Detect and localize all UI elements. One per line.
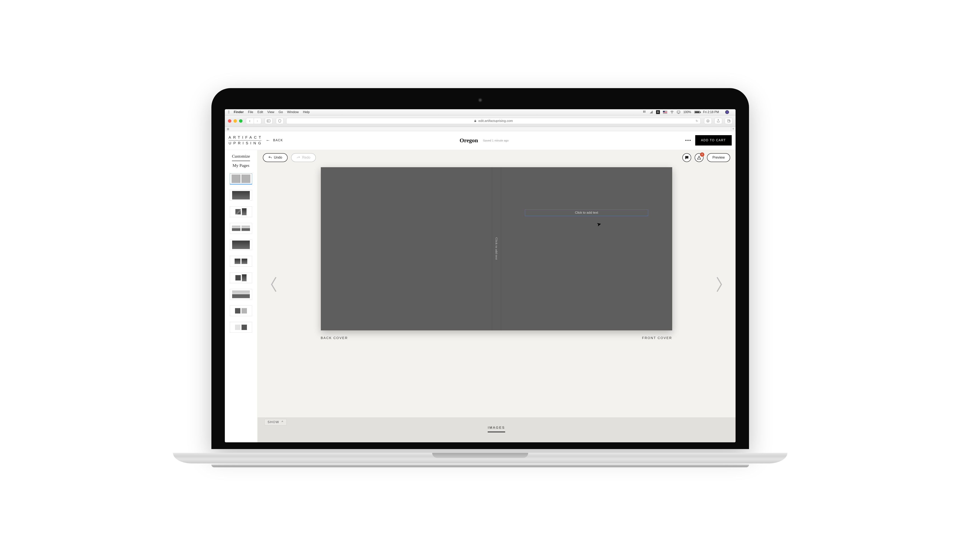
more-menu-button[interactable]: •••	[685, 138, 691, 143]
spread-wrapper: Click to add text Click to add text ➤	[321, 167, 672, 340]
front-cover[interactable]: Click to add text ➤	[501, 167, 672, 330]
reload-icon[interactable]: ↻	[696, 119, 698, 123]
close-window-button[interactable]	[228, 119, 231, 123]
url-text: edit.artifactuprising.com	[478, 119, 513, 123]
laptop-mockup:  Finder File Edit View Go Window Help A…	[202, 88, 758, 472]
brand-line2: UPRISING	[229, 141, 263, 145]
traffic-lights	[228, 119, 243, 123]
redo-button[interactable]: Redo	[291, 153, 316, 162]
thumbnail-spread-6[interactable]	[230, 272, 252, 283]
display-icon[interactable]	[677, 110, 680, 114]
preview-button[interactable]: Preview	[707, 153, 730, 162]
cover-title-field[interactable]: Click to add text	[525, 210, 648, 216]
thumbnail-spread-9[interactable]	[230, 322, 252, 333]
thumbnail-spread-8[interactable]	[230, 306, 252, 316]
thumbnail-cover[interactable]	[230, 173, 252, 184]
menu-edit[interactable]: Edit	[258, 110, 263, 114]
warning-badge: 0	[700, 152, 704, 157]
macos-menubar:  Finder File Edit View Go Window Help A…	[225, 109, 736, 115]
app-icon[interactable]: A	[656, 110, 660, 114]
battery-percent: 100%	[683, 110, 691, 114]
svg-point-0	[672, 113, 672, 114]
battery-icon[interactable]	[694, 111, 700, 114]
sidebar-tab-mypages[interactable]: My Pages	[232, 161, 249, 170]
menu-help[interactable]: Help	[303, 110, 310, 114]
menu-window[interactable]: Window	[287, 110, 299, 114]
undo-icon	[268, 156, 272, 160]
back-cover[interactable]	[321, 167, 492, 330]
back-cover-label: BACK COVER	[321, 336, 348, 340]
favorites-grid-icon[interactable]: ▦	[227, 127, 229, 130]
cover-labels: BACK COVER FRONT COVER	[321, 336, 672, 340]
menu-go[interactable]: Go	[278, 110, 283, 114]
thumbnail-spread-7[interactable]	[230, 289, 252, 300]
project-title[interactable]: Oregon	[460, 137, 478, 144]
images-tab[interactable]: IMAGES	[488, 426, 505, 432]
spine[interactable]: Click to add text	[492, 167, 501, 330]
show-drawer-button[interactable]: SHOW ^	[264, 419, 287, 426]
share-button[interactable]	[714, 118, 722, 124]
apple-menu-icon[interactable]: 	[228, 110, 230, 114]
next-page-button[interactable]	[714, 276, 724, 297]
nav-forward-button[interactable]: ›	[254, 118, 261, 124]
drawer-tabs: IMAGES	[258, 418, 736, 442]
menubar-clock[interactable]: Fri 2:18 PM	[703, 110, 719, 114]
redo-label: Redo	[302, 155, 310, 160]
redo-icon	[296, 156, 300, 160]
nav-buttons: ‹ ›	[246, 118, 261, 124]
tabs-button[interactable]	[725, 118, 733, 124]
thumbnail-spread-3[interactable]	[230, 223, 252, 234]
header-center: Oregon Saved 1 minute ago	[283, 137, 685, 144]
siri-icon[interactable]	[725, 110, 729, 114]
maximize-window-button[interactable]	[239, 119, 243, 123]
new-tab-button[interactable]: +	[731, 127, 736, 131]
undo-label: Undo	[274, 155, 282, 160]
cover-title-placeholder: Click to add text	[575, 211, 598, 214]
thumbnail-spread-1[interactable]	[230, 190, 252, 201]
brand-line1: ARTIFACT	[229, 135, 261, 141]
privacy-shield-button[interactable]	[276, 118, 283, 124]
menu-finder[interactable]: Finder	[234, 110, 244, 114]
svg-rect-3	[267, 120, 270, 122]
flag-icon[interactable]	[663, 111, 667, 114]
page-thumbnails	[230, 173, 252, 333]
comment-icon	[685, 155, 689, 160]
prev-page-button[interactable]	[269, 276, 278, 297]
toolbar-right	[704, 118, 733, 124]
wifi-icon[interactable]	[670, 110, 674, 114]
save-status: Saved 1 minute ago	[483, 139, 509, 142]
editor-app: ARTIFACT UPRISING ← BACK Oregon Saved 1 …	[225, 131, 736, 442]
add-to-cart-button[interactable]: ADD TO CART	[695, 135, 732, 146]
thumbnail-spread-4[interactable]	[230, 239, 252, 250]
warning-icon	[697, 155, 701, 160]
images-drawer: SHOW ^ IMAGES	[258, 418, 736, 442]
arrow-left-icon: ←	[266, 138, 270, 143]
minimize-window-button[interactable]	[234, 119, 237, 123]
lock-icon: 🔒︎	[474, 119, 477, 123]
menu-file[interactable]: File	[248, 110, 253, 114]
thumbnail-spread-5[interactable]	[230, 256, 252, 267]
dropbox-icon[interactable]	[643, 110, 646, 114]
signal-icon[interactable]	[650, 110, 653, 114]
nav-back-button[interactable]: ‹	[246, 118, 254, 124]
sidebar-tab-customize[interactable]: Customize	[232, 152, 250, 161]
camera-dot	[478, 98, 483, 102]
spine-text-field[interactable]: Click to add text	[495, 237, 498, 260]
editor-toolbar: Undo Redo 0	[258, 150, 736, 165]
sidebar-toggle-button[interactable]	[265, 118, 272, 124]
comments-button[interactable]	[682, 153, 691, 162]
back-label: BACK	[273, 139, 283, 142]
back-link[interactable]: ← BACK	[266, 138, 283, 143]
address-bar[interactable]: 🔒︎ edit.artifactuprising.com ↻	[286, 118, 701, 124]
warnings-button[interactable]: 0	[694, 153, 704, 162]
address-bar-group: 🔒︎ edit.artifactuprising.com ↻	[276, 118, 701, 124]
header-right: ••• ADD TO CART	[685, 135, 732, 146]
preview-label: Preview	[712, 155, 725, 160]
cover-spread: Click to add text Click to add text ➤	[321, 167, 672, 330]
brand-logo[interactable]: ARTIFACT UPRISING	[229, 135, 261, 146]
downloads-button[interactable]	[704, 118, 712, 124]
menu-view[interactable]: View	[267, 110, 274, 114]
undo-button[interactable]: Undo	[263, 153, 288, 162]
thumbnail-spread-2[interactable]	[230, 206, 252, 217]
canvas-area: Click to add text Click to add text ➤	[258, 165, 736, 418]
